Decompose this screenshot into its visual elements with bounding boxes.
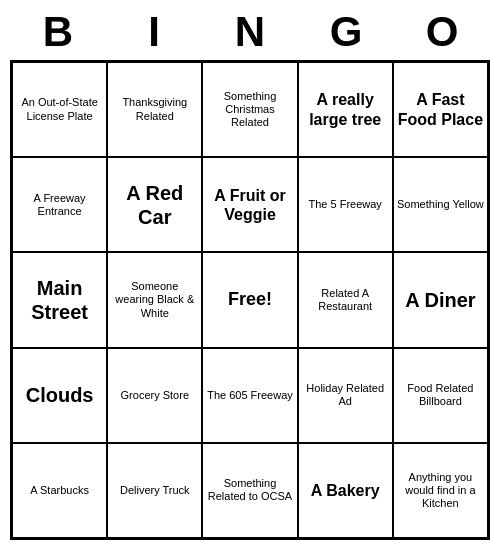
bingo-cell-11[interactable]: Someone wearing Black & White	[107, 252, 202, 347]
bingo-cell-8[interactable]: The 5 Freeway	[298, 157, 393, 252]
bingo-cell-24[interactable]: Anything you would find in a Kitchen	[393, 443, 488, 538]
bingo-cell-18[interactable]: Holiday Related Ad	[298, 348, 393, 443]
bingo-cell-14[interactable]: A Diner	[393, 252, 488, 347]
bingo-cell-1[interactable]: Thanksgiving Related	[107, 62, 202, 157]
bingo-cell-21[interactable]: Delivery Truck	[107, 443, 202, 538]
bingo-title: B I N G O	[10, 0, 490, 60]
bingo-cell-0[interactable]: An Out-of-State License Plate	[12, 62, 107, 157]
bingo-cell-19[interactable]: Food Related Billboard	[393, 348, 488, 443]
letter-n: N	[210, 8, 290, 56]
letter-g: G	[306, 8, 386, 56]
letter-b: B	[18, 8, 98, 56]
bingo-cell-17[interactable]: The 605 Freeway	[202, 348, 297, 443]
bingo-cell-3[interactable]: A really large tree	[298, 62, 393, 157]
bingo-cell-23[interactable]: A Bakery	[298, 443, 393, 538]
bingo-cell-12[interactable]: Free!	[202, 252, 297, 347]
bingo-cell-13[interactable]: Related A Restaurant	[298, 252, 393, 347]
bingo-cell-20[interactable]: A Starbucks	[12, 443, 107, 538]
bingo-cell-2[interactable]: Something Christmas Related	[202, 62, 297, 157]
bingo-cell-5[interactable]: A Freeway Entrance	[12, 157, 107, 252]
bingo-cell-7[interactable]: A Fruit or Veggie	[202, 157, 297, 252]
letter-i: I	[114, 8, 194, 56]
bingo-cell-15[interactable]: Clouds	[12, 348, 107, 443]
letter-o: O	[402, 8, 482, 56]
bingo-cell-22[interactable]: Something Related to OCSA	[202, 443, 297, 538]
bingo-cell-9[interactable]: Something Yellow	[393, 157, 488, 252]
bingo-cell-10[interactable]: Main Street	[12, 252, 107, 347]
bingo-grid: An Out-of-State License PlateThanksgivin…	[10, 60, 490, 540]
bingo-cell-16[interactable]: Grocery Store	[107, 348, 202, 443]
bingo-cell-6[interactable]: A Red Car	[107, 157, 202, 252]
bingo-cell-4[interactable]: A Fast Food Place	[393, 62, 488, 157]
